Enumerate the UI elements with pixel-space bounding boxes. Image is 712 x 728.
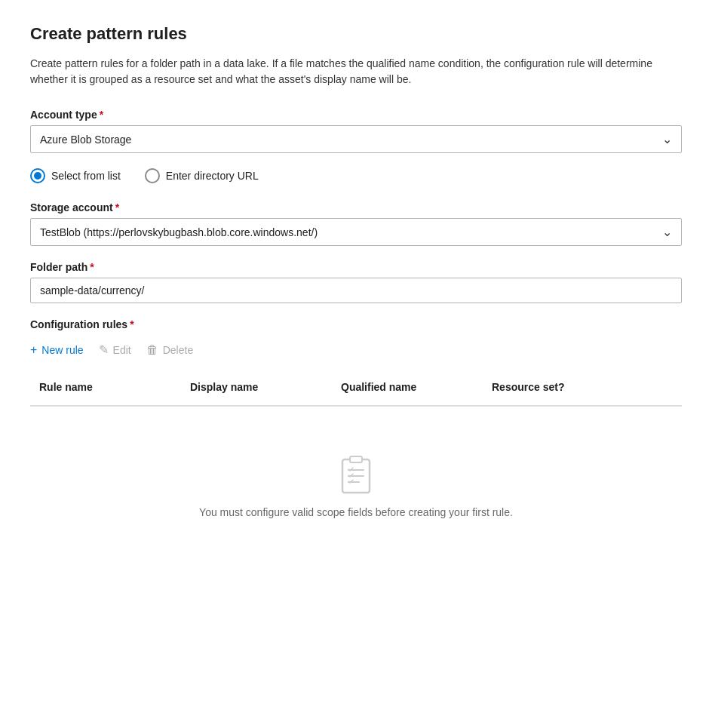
chevron-down-icon: ⌄ (662, 225, 672, 239)
new-rule-button[interactable]: + New rule (30, 340, 84, 360)
col-resource-set: Resource set? (483, 375, 596, 399)
account-type-required: * (100, 109, 103, 121)
folder-path-input[interactable] (30, 278, 682, 303)
delete-button[interactable]: 🗑 Delete (146, 340, 193, 360)
delete-label: Delete (163, 344, 193, 356)
account-type-select[interactable]: Azure Blob Storage ⌄ (30, 125, 682, 153)
plus-icon: + (30, 343, 37, 357)
delete-icon: 🗑 (146, 343, 158, 357)
account-type-field: Account type * Azure Blob Storage ⌄ (30, 109, 682, 153)
enter-directory-url-option[interactable]: Enter directory URL (145, 168, 259, 183)
source-type-radio-group: Select from list Enter directory URL (30, 168, 682, 183)
configuration-rules-section: Configuration rules * + New rule ✎ Edit … (30, 318, 682, 564)
folder-path-label: Folder path (30, 261, 87, 273)
table-header: Rule name Display name Qualified name Re… (30, 375, 682, 406)
edit-icon: ✎ (99, 342, 109, 357)
storage-account-required: * (115, 201, 119, 213)
enter-directory-url-label: Enter directory URL (166, 170, 259, 182)
chevron-down-icon: ⌄ (662, 132, 672, 146)
storage-account-select[interactable]: TestBlob (https://perlovskybugbash.blob.… (30, 218, 682, 246)
select-from-list-option[interactable]: Select from list (30, 168, 121, 183)
col-rule-name: Rule name (30, 375, 181, 399)
folder-path-required: * (90, 261, 94, 273)
empty-state: You must configure valid scope fields be… (30, 407, 682, 564)
svg-rect-1 (350, 456, 362, 462)
new-rule-label: New rule (41, 344, 83, 356)
col-display-name: Display name (181, 375, 332, 399)
col-qualified-name: Qualified name (332, 375, 483, 399)
account-type-label: Account type (30, 109, 97, 121)
folder-path-field: Folder path * (30, 261, 682, 303)
configuration-rules-required: * (130, 318, 134, 330)
configuration-rules-toolbar: + New rule ✎ Edit 🗑 Delete (30, 339, 682, 360)
select-from-list-radio[interactable] (30, 168, 45, 183)
enter-directory-url-radio[interactable] (145, 168, 160, 183)
storage-account-value: TestBlob (https://perlovskybugbash.blob.… (40, 226, 318, 238)
storage-account-field: Storage account * TestBlob (https://perl… (30, 201, 682, 246)
page-description: Create pattern rules for a folder path i… (30, 56, 682, 88)
select-from-list-label: Select from list (51, 170, 121, 182)
account-type-value: Azure Blob Storage (40, 134, 131, 146)
page-title: Create pattern rules (30, 24, 682, 44)
edit-label: Edit (113, 344, 131, 356)
empty-clipboard-icon (335, 452, 377, 494)
edit-button[interactable]: ✎ Edit (99, 339, 131, 360)
configuration-rules-label: Configuration rules (30, 318, 127, 330)
empty-state-message: You must configure valid scope fields be… (199, 506, 513, 518)
storage-account-label: Storage account (30, 201, 113, 213)
